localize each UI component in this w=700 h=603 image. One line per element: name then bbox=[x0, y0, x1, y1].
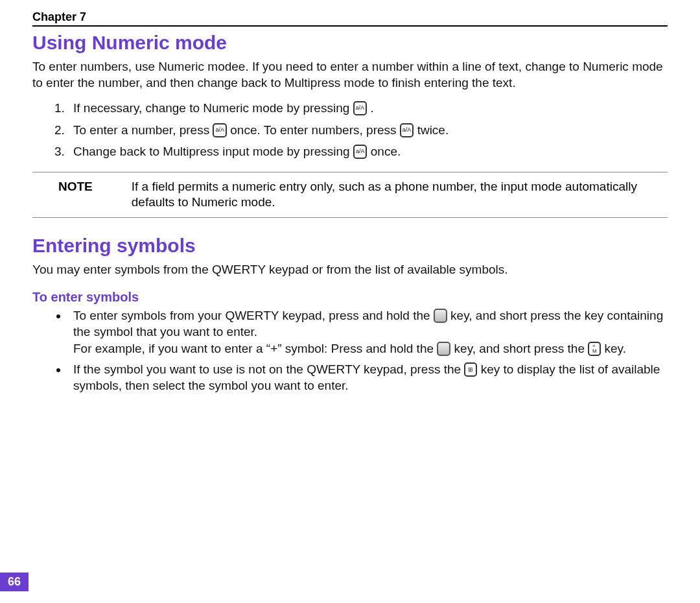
b1-c: For example, if you want to enter a “+” … bbox=[73, 342, 434, 355]
numeric-intro: To enter numbers, use Numeric modee. If … bbox=[32, 59, 668, 91]
step-2: To enter a number, press a/A once. To en… bbox=[68, 121, 668, 139]
step-3: Change back to Multipress input mode by … bbox=[68, 142, 668, 161]
step-3-text-b: once. bbox=[371, 145, 401, 158]
note-block: NOTE If a field permits a numeric entry … bbox=[32, 172, 668, 218]
key-aA-icon: a/A bbox=[353, 101, 368, 115]
bullet-1: To enter symbols from your QWERTY keypad… bbox=[68, 307, 668, 357]
note-text: If a field permits a numeric entry only,… bbox=[132, 179, 668, 211]
step-2-text-c: twice. bbox=[417, 123, 449, 137]
key-aA-icon: a/A bbox=[353, 145, 368, 159]
page-number: 66 bbox=[0, 573, 29, 591]
b1-d: key, and short press the bbox=[454, 342, 589, 355]
symbol-bullets: To enter symbols from your QWERTY keypad… bbox=[32, 307, 668, 394]
step-1: If necessary, change to Numeric mode by … bbox=[68, 99, 668, 117]
bullet-2: If the symbol you want to use is not on … bbox=[68, 361, 668, 394]
step-1-text-b: . bbox=[370, 101, 373, 115]
key-modifier-icon bbox=[434, 309, 447, 323]
key-modifier-icon bbox=[437, 342, 450, 356]
numeric-steps: If necessary, change to Numeric mode by … bbox=[32, 99, 668, 161]
b2-a: If the symbol you want to use is not on … bbox=[73, 362, 464, 376]
step-3-text-a: Change back to Multipress input mode by … bbox=[73, 145, 353, 158]
section-title-symbols: Entering symbols bbox=[32, 235, 668, 257]
step-1-text-a: If necessary, change to Numeric mode by … bbox=[73, 101, 353, 115]
chapter-label: Chapter 7 bbox=[32, 10, 668, 27]
key-symbol-list-icon: ⊞ bbox=[464, 362, 477, 377]
section-title-numeric: Using Numeric mode bbox=[32, 32, 668, 54]
key-aA-icon: a/A bbox=[400, 123, 414, 137]
b1-a: To enter symbols from your QWERTY keypad… bbox=[73, 309, 434, 322]
symbols-intro: You may enter symbols from the QWERTY ke… bbox=[32, 262, 668, 278]
step-2-text-b: once. To enter numbers, press bbox=[230, 123, 400, 137]
b1-e: key. bbox=[605, 342, 626, 355]
step-2-text-a: To enter a number, press bbox=[73, 123, 213, 137]
key-m-plus-icon: +M bbox=[588, 342, 601, 356]
key-aA-icon: a/A bbox=[213, 123, 227, 137]
note-label: NOTE bbox=[58, 179, 93, 211]
subheading-to-enter-symbols: To enter symbols bbox=[32, 290, 668, 305]
manual-page: Chapter 7 Using Numeric mode To enter nu… bbox=[0, 0, 700, 394]
